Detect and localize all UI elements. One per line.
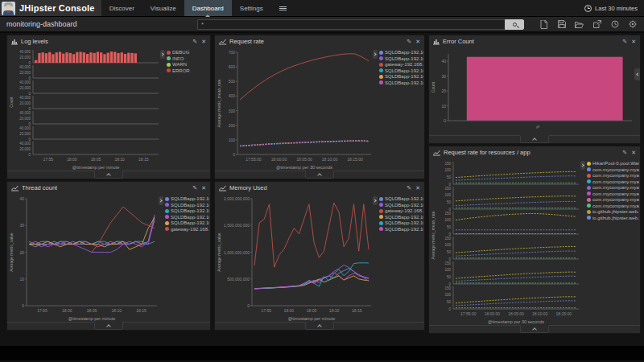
- legend-toggle-icon[interactable]: [580, 161, 585, 170]
- collapse-panel-button[interactable]: [305, 171, 334, 179]
- close-icon[interactable]: ✕: [415, 185, 420, 191]
- svg-text:150: 150: [444, 187, 451, 191]
- edit-icon[interactable]: ✎: [192, 39, 197, 44]
- close-icon[interactable]: ✕: [631, 150, 636, 155]
- legend-item[interactable]: SQLDBapp-192.168.4...: [379, 220, 423, 225]
- legend-item[interactable]: com.mycompany.myap...: [587, 185, 639, 190]
- legend-item[interactable]: SQLDBapp-192.168.4...: [379, 68, 423, 73]
- nav-discover[interactable]: Discover: [101, 0, 142, 16]
- thread-count-chart[interactable]: Average metric_value01020304017:5518:001…: [7, 194, 160, 322]
- options-gear-icon[interactable]: [627, 19, 638, 30]
- legend-item[interactable]: com.mycompany.myap...: [587, 179, 639, 184]
- legend-item[interactable]: io.github.jhipster.web.r...: [587, 209, 639, 214]
- legend-toggle-icon[interactable]: [634, 68, 640, 80]
- legend-label: SQLDBapp-192.168.4...: [385, 220, 423, 225]
- legend-color-dot: [165, 215, 169, 219]
- legend-item[interactable]: gateway-192.168.43.8...: [379, 208, 423, 213]
- legend-item[interactable]: SQLDBapp-192.168.4...: [165, 196, 209, 201]
- new-dashboard-icon[interactable]: [539, 19, 549, 30]
- legend-item[interactable]: com.mycompany.myap...: [587, 173, 639, 178]
- load-dashboard-icon[interactable]: [574, 19, 584, 30]
- panel-title: Request rate for resources / app: [444, 149, 530, 156]
- edit-icon[interactable]: ✎: [622, 39, 627, 44]
- jhipster-logo[interactable]: JHipster Console: [0, 0, 101, 16]
- svg-text:18:15: 18:15: [352, 308, 362, 313]
- search-button[interactable]: [505, 19, 524, 30]
- error-count-chart[interactable]: Count010203040all: [429, 47, 640, 135]
- query-input[interactable]: [197, 19, 505, 30]
- log-levels-chart[interactable]: Count40,00020,000040,00020,000040,00020,…: [7, 47, 162, 171]
- nav-settings[interactable]: Settings: [232, 0, 271, 16]
- request-rate-resources-chart[interactable]: Average metric_mean_rate1501005001501005…: [429, 158, 582, 325]
- collapse-panel-button[interactable]: [520, 325, 549, 333]
- svg-text:150: 150: [444, 162, 451, 166]
- refresh-icon[interactable]: [609, 19, 620, 30]
- legend-toggle-icon[interactable]: [160, 50, 165, 59]
- edit-icon[interactable]: ✎: [622, 150, 627, 155]
- svg-text:20,000: 20,000: [19, 101, 31, 105]
- collapse-panel-button[interactable]: [520, 135, 549, 143]
- request-rate-chart[interactable]: Average metric_mean_rate0100200300400500…: [215, 47, 374, 171]
- svg-text:@timestamp per 30 seconds: @timestamp per 30 seconds: [276, 165, 332, 170]
- edit-icon[interactable]: ✎: [407, 185, 411, 191]
- time-range-label: Last 30 minutes: [595, 5, 638, 12]
- legend-item[interactable]: com.mycompany.myap...: [587, 197, 639, 202]
- collapse-panel-button[interactable]: [305, 322, 334, 330]
- legend-item[interactable]: SQLDBapp-192.168.4...: [165, 215, 209, 220]
- close-icon[interactable]: ✕: [415, 39, 420, 44]
- legend-item[interactable]: DEBUG: [167, 50, 209, 55]
- collapse-panel-button[interactable]: [94, 171, 123, 179]
- svg-text:18:15:00: 18:15:00: [347, 157, 363, 162]
- nav-visualize[interactable]: Visualize: [142, 0, 184, 16]
- legend-item[interactable]: ERROR: [167, 68, 209, 73]
- save-dashboard-icon[interactable]: [556, 19, 567, 30]
- legend-color-dot: [379, 68, 383, 72]
- share-icon[interactable]: [592, 19, 602, 30]
- legend-toggle-icon[interactable]: [373, 196, 378, 205]
- svg-text:200: 200: [229, 123, 236, 128]
- legend-item[interactable]: SQLDBapp-192.168.4...: [165, 220, 209, 225]
- legend-color-dot: [587, 191, 591, 195]
- svg-text:150: 150: [444, 237, 451, 241]
- legend-item[interactable]: SQLDBapp-192.168.4...: [165, 208, 209, 213]
- legend-item[interactable]: HikariPool-0.pool.Wait: [587, 161, 639, 166]
- legend-item[interactable]: com.mycompany.myap...: [587, 191, 639, 196]
- legend-item[interactable]: com.mycompany.myap...: [587, 204, 639, 208]
- legend-item[interactable]: SQLDBapp-192.168.4...: [379, 196, 423, 201]
- legend-item[interactable]: INFO: [167, 56, 209, 61]
- edit-icon[interactable]: ✎: [407, 39, 411, 44]
- nav-dashboard[interactable]: Dashboard: [184, 0, 232, 16]
- legend-item[interactable]: io.github.jhipster.web.r...: [587, 216, 639, 220]
- svg-text:2,000,000,000: 2,000,000,000: [224, 196, 250, 201]
- legend-item[interactable]: com.mycompany.myap...: [587, 167, 639, 172]
- memory-used-chart[interactable]: Average metric_value0500,000,0001,000,00…: [215, 194, 374, 322]
- legend-item[interactable]: SQLDBapp-192.168.4...: [379, 203, 423, 208]
- legend-item[interactable]: gateway-192.168.43.8...: [379, 62, 423, 67]
- legend-label: SQLDBapp-192.168.4...: [171, 215, 209, 220]
- panel-request-rate-resources: Request rate for resources / app ✎ ✕ Ave…: [428, 146, 641, 334]
- legend-item[interactable]: SQLDBapp-192.168.4...: [379, 215, 423, 220]
- legend-color-dot: [587, 204, 591, 208]
- legend-item[interactable]: gateway-192.168.43.8...: [165, 227, 209, 232]
- legend-toggle-icon[interactable]: [373, 50, 378, 59]
- close-icon[interactable]: ✕: [631, 39, 636, 44]
- menu-icon[interactable]: [271, 0, 295, 16]
- legend-item[interactable]: SQLDBapp-192.168.4...: [379, 56, 423, 61]
- legend: SQLDBapp-192.168.4...SQLDBapp-192.168.4.…: [165, 196, 209, 232]
- legend-item[interactable]: SQLDBapp-192.168.4...: [165, 203, 209, 208]
- legend-item[interactable]: WARN: [167, 62, 209, 67]
- collapse-panel-button[interactable]: [94, 322, 123, 330]
- edit-icon[interactable]: ✎: [192, 185, 197, 191]
- legend-label: SQLDBapp-192.168.4...: [171, 203, 209, 208]
- svg-text:100: 100: [444, 218, 451, 222]
- legend-item[interactable]: SQLDBapp-192.168.4...: [379, 80, 423, 85]
- legend-item[interactable]: SQLDBapp-192.168.4...: [379, 50, 423, 55]
- legend-toggle-icon[interactable]: [159, 196, 163, 205]
- legend-label: SQLDBapp-192.168.4...: [385, 68, 423, 73]
- legend-item[interactable]: SQLDBapp-192.168.4...: [379, 74, 423, 79]
- time-picker[interactable]: Last 30 minutes: [578, 0, 644, 16]
- close-icon[interactable]: ✕: [201, 39, 206, 44]
- svg-text:18:05: 18:05: [91, 157, 101, 162]
- legend-item[interactable]: SQLDBapp-192.168.4...: [379, 227, 423, 232]
- close-icon[interactable]: ✕: [201, 185, 206, 191]
